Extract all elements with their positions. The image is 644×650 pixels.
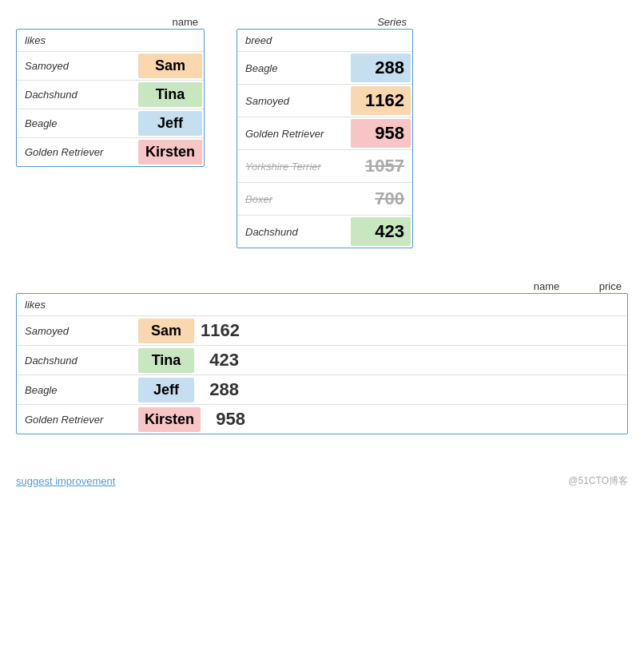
bottom-index-label: likes [17, 294, 137, 315]
bottom-name-kirsten: Kirsten [138, 407, 201, 432]
table-row: Samoyed Sam [17, 51, 204, 80]
table-row: Golden Retriever Kirsten [17, 137, 204, 166]
top-left-table-wrapper: name likes Samoyed Sam Dachshund Tina [16, 16, 205, 167]
value-beagle: 288 [351, 54, 411, 82]
top-right-col-header-row: Series [237, 16, 413, 28]
table-row: Golden Retriever Kirsten 958 [17, 404, 627, 434]
bottom-row-dachshund: Dachshund [17, 350, 137, 371]
breed-dachshund: Dachshund [237, 221, 349, 243]
row-label-beagle: Beagle [17, 113, 137, 134]
suggest-improvement-link[interactable]: suggest improvement [16, 475, 115, 487]
top-left-table: likes Samoyed Sam Dachshund Tina Beagle … [16, 29, 205, 167]
table-row: Beagle Jeff [17, 109, 204, 137]
table-row: Beagle Jeff 288 [17, 375, 627, 404]
top-left-col-header: name [172, 16, 201, 28]
bottom-row-beagle: Beagle [17, 379, 137, 401]
top-right-index-label: breed [237, 30, 349, 51]
bottom-price-dachshund: 423 [196, 346, 244, 375]
top-right-col-header: Series [377, 16, 410, 28]
value-boxer: 700 [351, 184, 411, 213]
table-row: Dachshund 423 [237, 215, 412, 248]
bottom-price-golden: 958 [202, 405, 250, 434]
footer: suggest improvement @51CTO博客 [16, 474, 628, 488]
table-row: Samoyed 1162 [237, 84, 412, 117]
row-label-golden: Golden Retriever [17, 141, 137, 163]
bottom-table-wrapper: name price likes Samoyed Sam 1162 Dachsh… [16, 280, 628, 434]
bottom-name-jeff: Jeff [138, 378, 194, 402]
cell-sam: Sam [138, 54, 202, 78]
bottom-header-row: likes [17, 294, 627, 315]
table-row: Dachshund Tina [17, 80, 204, 109]
cell-tina: Tina [138, 82, 202, 107]
page-container: name likes Samoyed Sam Dachshund Tina [16, 16, 628, 488]
top-right-table: breed Beagle 288 Samoyed 1162 Golden Ret… [237, 29, 413, 248]
top-right-table-wrapper: Series breed Beagle 288 Samoyed 1162 [237, 16, 413, 248]
breed-samoyed: Samoyed [237, 90, 349, 112]
top-left-header-row: likes [17, 30, 204, 51]
breed-golden: Golden Retriever [237, 123, 349, 145]
table-row: Dachshund Tina 423 [17, 345, 627, 375]
value-dachshund: 423 [351, 217, 411, 246]
bottom-col-header-row: name price [16, 280, 628, 292]
table-row: Beagle 288 [237, 51, 412, 84]
bottom-name-sam: Sam [138, 319, 194, 343]
bottom-price-beagle: 288 [196, 375, 244, 404]
bottom-col-header-name: name [516, 280, 580, 292]
bottom-table: likes Samoyed Sam 1162 Dachshund Tina 42… [16, 293, 628, 434]
breed-yorkshire: Yorkshire Terrier [237, 156, 349, 177]
watermark: @51CTO博客 [568, 474, 628, 488]
bottom-price-samoyed: 1162 [196, 316, 244, 345]
table-row: Samoyed Sam 1162 [17, 315, 627, 345]
breed-boxer: Boxer [237, 188, 349, 210]
table-row: Boxer 700 [237, 182, 412, 215]
cell-kirsten: Kirsten [138, 140, 202, 164]
top-left-col-header-row: name [16, 16, 205, 28]
cell-jeff: Jeff [138, 111, 202, 136]
top-row: name likes Samoyed Sam Dachshund Tina [16, 16, 628, 248]
bottom-row-golden: Golden Retriever [17, 409, 137, 430]
bottom-name-tina: Tina [138, 348, 194, 373]
top-right-header-row: breed [237, 30, 412, 51]
value-golden: 958 [351, 119, 411, 148]
bottom-row-samoyed: Samoyed [17, 320, 137, 342]
top-left-index-label: likes [17, 30, 137, 51]
row-label-dachshund: Dachshund [17, 84, 137, 105]
table-row: Yorkshire Terrier 1057 [237, 149, 412, 182]
breed-beagle: Beagle [237, 57, 349, 79]
table-row: Golden Retriever 958 [237, 117, 412, 149]
value-yorkshire: 1057 [351, 152, 411, 180]
row-label-samoyed: Samoyed [17, 55, 137, 77]
bottom-col-header-price: price [580, 280, 628, 292]
value-samoyed: 1162 [351, 86, 411, 115]
